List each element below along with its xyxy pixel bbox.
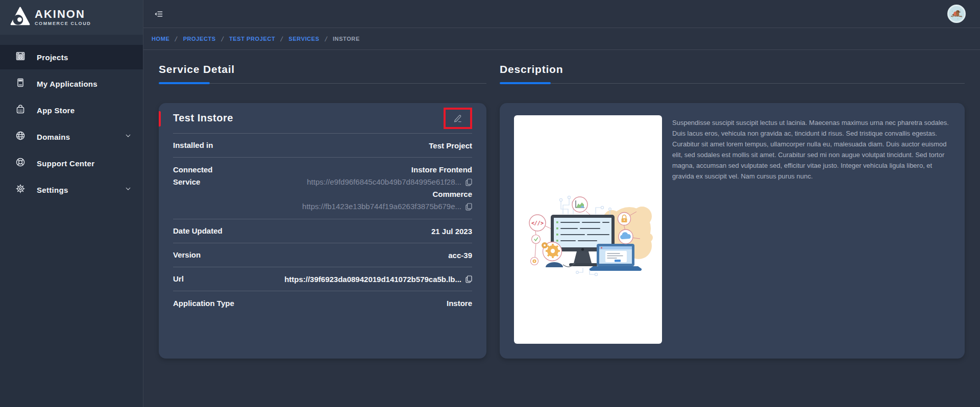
- shopping-bag-icon: [15, 104, 26, 116]
- service-name: Test Instore: [173, 112, 233, 124]
- life-ring-icon: [15, 157, 26, 169]
- sidebar-collapse-icon[interactable]: [152, 7, 165, 20]
- brand-name: AKINON: [35, 9, 91, 20]
- section-underline: [500, 83, 965, 85]
- copy-icon[interactable]: [465, 179, 472, 186]
- row-date-updated: Date Updated 21 Jul 2023: [173, 219, 472, 243]
- sidebar-item-my-applications[interactable]: My Applications: [0, 71, 143, 96]
- row-value: Test Project: [429, 141, 472, 150]
- sidebar-item-label: My Applications: [37, 80, 132, 88]
- sidebar-item-label: Settings: [37, 186, 113, 194]
- description-section: Description: [500, 63, 965, 359]
- globe-icon: [15, 131, 26, 143]
- breadcrumb-separator: /: [220, 35, 224, 43]
- chevron-down-icon: [125, 185, 132, 194]
- copy-icon[interactable]: [465, 203, 472, 211]
- sidebar-item-label: Domains: [37, 133, 113, 141]
- brand[interactable]: AKINON COMMERCE CLOUD: [0, 0, 143, 35]
- user-avatar[interactable]: [947, 5, 966, 23]
- description-title: Description: [500, 63, 965, 75]
- akinon-logo-icon: [9, 6, 31, 29]
- sidebar: AKINON COMMERCE CLOUD Projects: [0, 0, 143, 407]
- section-underline: [159, 83, 486, 85]
- breadcrumb-instore-current: INSTORE: [333, 36, 360, 42]
- applications-icon: [15, 78, 26, 90]
- row-url: Url https://39f6923da08942019d141072b579…: [173, 267, 472, 291]
- connected-service-values: Instore Frontend https://e9fd96f6845c40b…: [302, 164, 472, 213]
- sidebar-item-label: Support Center: [37, 159, 132, 168]
- row-application-type: Application Type Instore: [173, 291, 472, 315]
- connected-service-name: Commerce: [432, 188, 472, 200]
- app-root: AKINON COMMERCE CLOUD Projects: [0, 0, 980, 407]
- svg-text:<//>: <//>: [531, 220, 544, 226]
- connected-service-url: https://e9fd96f6845c40b49b7d84995e61f28.…: [307, 176, 472, 188]
- row-version: Version acc-39: [173, 243, 472, 267]
- brand-tagline: COMMERCE CLOUD: [35, 21, 91, 26]
- edit-service-button[interactable]: [444, 108, 472, 129]
- sidebar-item-label: App Store: [37, 106, 132, 115]
- row-value: acc-39: [448, 251, 472, 260]
- row-label: Date Updated: [173, 225, 223, 237]
- description-card: <//>: [500, 103, 965, 359]
- row-connected-service: Connected Service Instore Frontend https…: [173, 158, 472, 219]
- service-detail-card: Test Instore Installed in Test Project: [159, 103, 486, 359]
- service-detail-title: Service Detail: [159, 63, 486, 75]
- topbar: [143, 0, 980, 28]
- row-label: Connected Service: [173, 164, 213, 188]
- breadcrumb: HOME / PROJECTS / TEST PROJECT / SERVICE…: [143, 28, 980, 50]
- breadcrumb-separator: /: [324, 35, 328, 43]
- sidebar-item-label: Projects: [37, 53, 132, 62]
- brand-text: AKINON COMMERCE CLOUD: [35, 9, 91, 26]
- connected-service-url: https://fb1423e13bb744f19a6263f3875b679e…: [302, 200, 472, 213]
- main-area: HOME / PROJECTS / TEST PROJECT / SERVICE…: [143, 0, 980, 407]
- row-label: Application Type: [173, 297, 234, 310]
- breadcrumb-services[interactable]: SERVICES: [288, 36, 319, 42]
- breadcrumb-home[interactable]: HOME: [152, 36, 169, 42]
- row-label: Version: [173, 249, 201, 261]
- breadcrumb-separator: /: [280, 35, 284, 43]
- pencil-icon: [452, 113, 463, 124]
- service-illustration: <//>: [514, 115, 662, 344]
- row-label: Installed in: [173, 139, 213, 151]
- sidebar-item-support-center[interactable]: Support Center: [0, 151, 143, 175]
- service-card-header: Test Instore: [173, 103, 472, 134]
- row-installed-in: Installed in Test Project: [173, 134, 472, 158]
- chevron-down-icon: [125, 132, 132, 141]
- gear-icon: [15, 184, 26, 196]
- breadcrumb-separator: /: [175, 35, 178, 43]
- description-text: Suspendisse suscipit suscipit lectus ut …: [672, 115, 950, 346]
- sidebar-item-settings[interactable]: Settings: [0, 177, 143, 202]
- row-value: https://39f6923da08942019d141072b579ca5b…: [284, 275, 472, 284]
- sidebar-item-domains[interactable]: Domains: [0, 124, 143, 149]
- sidebar-item-projects[interactable]: Projects: [0, 45, 143, 69]
- copy-icon[interactable]: [465, 275, 472, 283]
- sidebar-item-app-store[interactable]: App Store: [0, 98, 143, 122]
- breadcrumb-projects[interactable]: PROJECTS: [183, 36, 216, 42]
- row-value: Instore: [447, 299, 472, 308]
- row-label: Url: [173, 273, 184, 285]
- breadcrumb-test-project[interactable]: TEST PROJECT: [229, 36, 275, 42]
- card-accent-bar: [159, 111, 161, 126]
- row-value: 21 Jul 2023: [431, 227, 472, 236]
- connected-service-name: Instore Frontend: [411, 164, 472, 176]
- page-content: Service Detail Test Instore: [143, 50, 980, 359]
- service-detail-section: Service Detail Test Instore: [159, 63, 486, 359]
- grid-icon: [15, 51, 26, 63]
- sidebar-nav: Projects My Applications: [0, 45, 143, 204]
